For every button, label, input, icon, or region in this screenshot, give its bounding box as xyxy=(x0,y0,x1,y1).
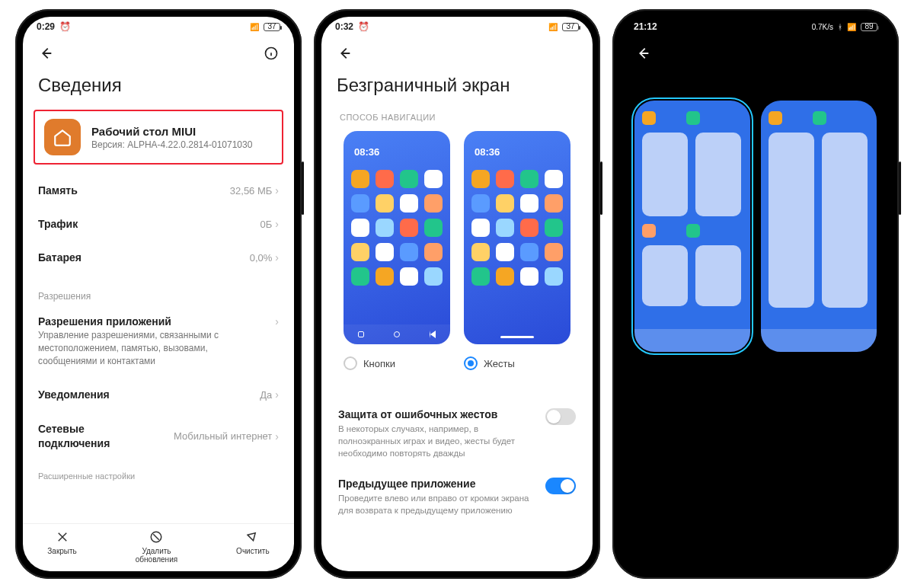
alarm-icon: ⏰ xyxy=(358,21,369,32)
signal-icon: 📶 xyxy=(548,23,558,31)
phone-frame-1: 0:29 ⏰ 📶 37 Сведения Рабочий стол MIUI xyxy=(15,9,302,579)
nav-buttons-bar xyxy=(344,324,450,344)
battery-icon: 37 xyxy=(562,23,579,31)
radio-icon xyxy=(344,356,357,370)
row-traffic[interactable]: Трафик 0Б› xyxy=(38,207,279,241)
row-notifications[interactable]: Уведомления Да› xyxy=(38,378,279,411)
dock-bar xyxy=(634,329,750,352)
battery-icon: 37 xyxy=(264,23,280,31)
close-button[interactable]: Закрыть xyxy=(47,530,77,564)
top-bar xyxy=(620,37,891,70)
status-time: 0:32 xyxy=(335,21,353,32)
alarm-icon: ⏰ xyxy=(59,21,71,32)
extended-section-label: Расширенные настройки xyxy=(23,461,294,482)
nav-method-label: СПОСОБ НАВИГАЦИИ xyxy=(321,110,593,131)
signal-icon: 📶 xyxy=(250,23,259,31)
layout-option-1[interactable] xyxy=(634,101,750,352)
radio-gestures[interactable]: Жесты xyxy=(464,356,570,370)
status-bar: 0:32 ⏰ 📶 37 xyxy=(321,17,593,37)
preview-gestures[interactable]: 08:36 xyxy=(464,131,570,344)
app-version: Версия: ALPHA-4.22.0.2814-01071030 xyxy=(91,139,252,150)
phone-frame-3: 21:12 0.7K/s ᚼ 📶 89 xyxy=(612,9,899,579)
status-time: 0:29 xyxy=(37,21,55,32)
back-button[interactable] xyxy=(632,43,654,64)
screen-1: 0:29 ⏰ 📶 37 Сведения Рабочий стол MIUI xyxy=(23,17,294,571)
back-button[interactable] xyxy=(334,43,355,64)
toggle-prev-app[interactable] xyxy=(545,478,576,494)
preview-buttons[interactable]: 08:36 xyxy=(344,131,450,344)
top-bar xyxy=(321,37,593,70)
info-button[interactable] xyxy=(260,43,282,64)
toggle-protect[interactable] xyxy=(545,408,576,425)
nav-radio-group: Кнопки Жесты xyxy=(321,344,593,376)
signal-icon: 📶 xyxy=(847,23,856,31)
row-memory[interactable]: Память 32,56 МБ› xyxy=(38,174,279,207)
status-bar: 21:12 0.7K/s ᚼ 📶 89 xyxy=(620,17,891,37)
row-permissions[interactable]: Разрешения приложений Управление разреше… xyxy=(38,305,279,378)
row-network[interactable]: Сетевые подключения Мобильный интернет› xyxy=(38,411,279,460)
layout-option-2[interactable] xyxy=(761,101,877,352)
setting-prev-app[interactable]: Предыдущее приложение Проведите влево ил… xyxy=(321,468,593,526)
clear-button[interactable]: Очистить xyxy=(236,530,270,564)
layout-picker xyxy=(620,70,891,571)
permissions-section-label: Разрешения xyxy=(23,274,294,305)
uninstall-updates-button[interactable]: Удалить обновления xyxy=(126,530,187,564)
radio-icon xyxy=(464,356,478,370)
page-title: Сведения xyxy=(23,70,294,110)
setting-protect[interactable]: Защита от ошибочных жестов В некоторых с… xyxy=(321,399,593,468)
home-icon xyxy=(44,119,81,155)
chevron-right-icon: › xyxy=(275,184,279,197)
dock-bar xyxy=(761,329,877,352)
page-title: Безграничный экран xyxy=(321,70,593,110)
status-time: 21:12 xyxy=(634,21,657,32)
app-name: Рабочий стол MIUI xyxy=(91,125,252,138)
info-list: Память 32,56 МБ› Трафик 0Б› Батарея 0,0%… xyxy=(23,165,294,274)
bluetooth-icon: ᚼ xyxy=(838,23,842,31)
nav-previews: 08:36 08:36 xyxy=(321,131,593,344)
screen-3: 21:12 0.7K/s ᚼ 📶 89 xyxy=(620,17,891,571)
radio-buttons[interactable]: Кнопки xyxy=(344,356,450,370)
bottom-action-bar: Закрыть Удалить обновления Очистить xyxy=(23,523,294,571)
app-info-card[interactable]: Рабочий стол MIUI Версия: ALPHA-4.22.0.2… xyxy=(34,110,283,165)
screen-2: 0:32 ⏰ 📶 37 Безграничный экран СПОСОБ НА… xyxy=(321,17,593,571)
back-button[interactable] xyxy=(35,43,56,64)
battery-icon: 89 xyxy=(861,23,877,31)
top-bar xyxy=(23,37,294,70)
status-speed: 0.7K/s xyxy=(812,23,833,31)
gesture-line-icon xyxy=(500,336,534,338)
row-battery[interactable]: Батарея 0,0%› xyxy=(38,241,279,274)
status-bar: 0:29 ⏰ 📶 37 xyxy=(23,17,294,37)
phone-frame-2: 0:32 ⏰ 📶 37 Безграничный экран СПОСОБ НА… xyxy=(314,9,600,579)
